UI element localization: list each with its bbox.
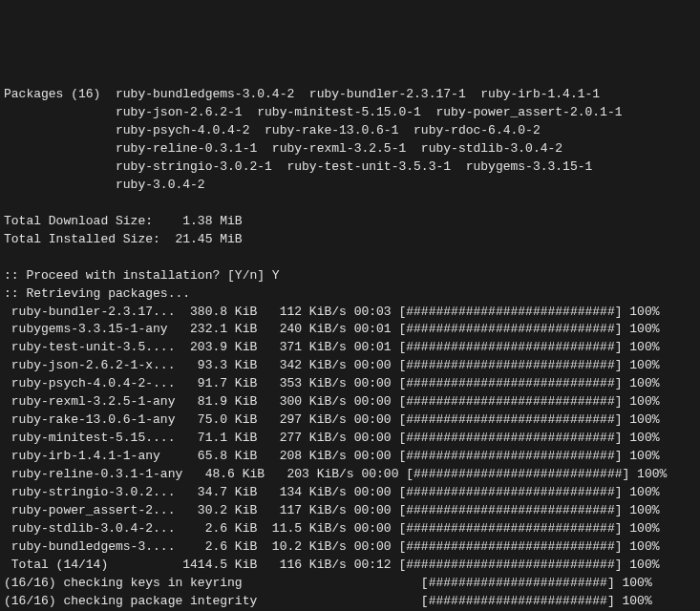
terminal-output: Packages (16) ruby-bundledgems-3.0.4-2 r… [4, 86, 696, 611]
